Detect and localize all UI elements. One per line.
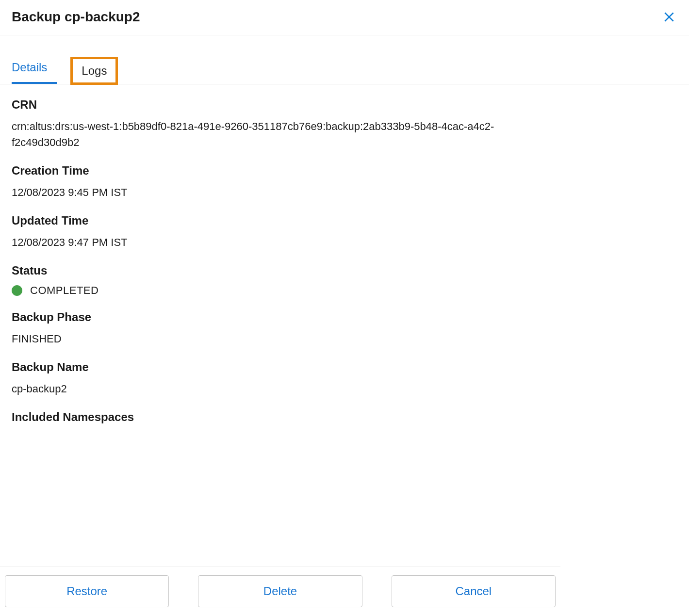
backup-name-value: cp-backup2 xyxy=(12,381,544,397)
status-row: COMPLETED xyxy=(12,284,544,297)
field-status: Status COMPLETED xyxy=(12,264,544,297)
close-button[interactable] xyxy=(661,9,677,25)
status-indicator-icon xyxy=(12,285,22,296)
restore-button[interactable]: Restore xyxy=(5,575,169,607)
field-creation-time: Creation Time 12/08/2023 9:45 PM IST xyxy=(12,164,544,200)
updated-time-label: Updated Time xyxy=(12,214,544,227)
backup-phase-label: Backup Phase xyxy=(12,310,544,324)
status-label: Status xyxy=(12,264,544,277)
field-included-namespaces: Included Namespaces xyxy=(12,410,544,424)
creation-time-label: Creation Time xyxy=(12,164,544,178)
backup-phase-value: FINISHED xyxy=(12,331,544,347)
included-namespaces-label: Included Namespaces xyxy=(12,410,544,424)
close-icon xyxy=(663,11,675,23)
field-crn: CRN crn:altus:drs:us-west-1:b5b89df0-821… xyxy=(12,98,544,150)
crn-value: crn:altus:drs:us-west-1:b5b89df0-821a-49… xyxy=(12,118,544,150)
backup-name-label: Backup Name xyxy=(12,360,544,374)
field-backup-phase: Backup Phase FINISHED xyxy=(12,310,544,347)
delete-button[interactable]: Delete xyxy=(198,575,362,607)
header: Backup cp-backup2 xyxy=(0,0,689,35)
tab-logs[interactable]: Logs xyxy=(70,57,118,85)
cancel-button[interactable]: Cancel xyxy=(392,575,556,607)
field-updated-time: Updated Time 12/08/2023 9:47 PM IST xyxy=(12,214,544,250)
page-title: Backup cp-backup2 xyxy=(12,9,140,25)
details-content: CRN crn:altus:drs:us-west-1:b5b89df0-821… xyxy=(0,84,556,496)
field-backup-name: Backup Name cp-backup2 xyxy=(12,360,544,397)
updated-time-value: 12/08/2023 9:47 PM IST xyxy=(12,234,544,250)
tabs: Details Logs xyxy=(0,35,689,84)
status-value: COMPLETED xyxy=(30,284,98,297)
creation-time-value: 12/08/2023 9:45 PM IST xyxy=(12,184,544,200)
crn-label: CRN xyxy=(12,98,544,112)
tab-details[interactable]: Details xyxy=(12,55,57,84)
footer: Restore Delete Cancel xyxy=(0,566,560,616)
